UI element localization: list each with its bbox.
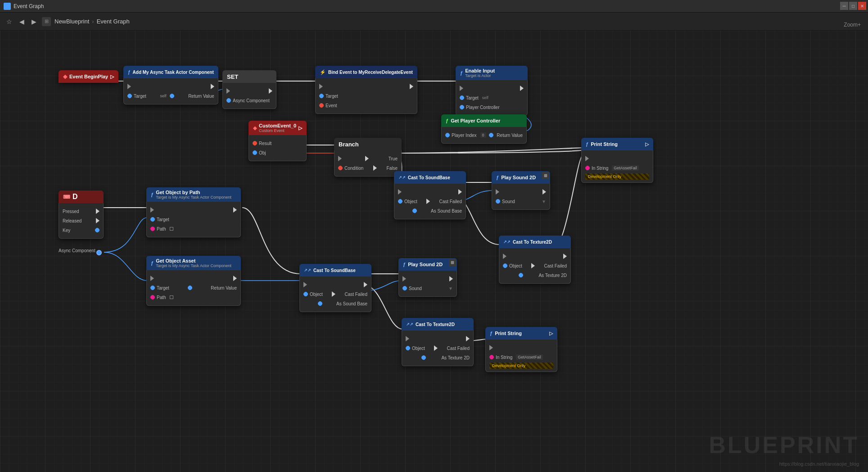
set-node[interactable]: SET Async Component xyxy=(222,70,276,109)
d-pressed-pin[interactable] xyxy=(96,209,99,214)
set-exec-out[interactable] xyxy=(269,88,272,94)
cast1-exec-in[interactable] xyxy=(398,189,402,195)
get-asset-path-pin[interactable] xyxy=(150,295,155,300)
minimize-button[interactable]: ─ xyxy=(840,2,848,10)
d-key-pin[interactable] xyxy=(95,228,99,232)
enable-exec-in[interactable] xyxy=(460,86,463,91)
casttex1-as-label: As Texture 2D xyxy=(538,273,567,278)
casttex1-exec-out[interactable] xyxy=(563,254,567,259)
play2-exec-in[interactable] xyxy=(402,276,406,281)
play1-sound-pin[interactable] xyxy=(496,199,500,204)
get-object-by-path-node[interactable]: ƒ Get Object by Path Target is My Async … xyxy=(146,187,241,237)
get-asset-exec-out[interactable] xyxy=(233,276,237,281)
bind-target-pin[interactable] xyxy=(319,94,324,98)
cast2-exec-in[interactable] xyxy=(303,282,307,287)
get-object-asset-node[interactable]: ƒ Get Object Asset Target is My Async Ta… xyxy=(146,256,241,306)
print-string-2-node[interactable]: ƒ Print String ▷ In String GetAssetFail … xyxy=(485,327,557,372)
forward-button[interactable]: ▶ xyxy=(30,16,38,27)
add-async-node[interactable]: ƒ Add My Async Task Actor Component Targ… xyxy=(123,66,218,104)
play2-sound-pin[interactable] xyxy=(402,286,407,290)
print-string-1-node[interactable]: ƒ Print String ▷ In String GetAssetFail … xyxy=(581,138,653,183)
custom-obj-pin[interactable] xyxy=(253,150,257,155)
bind-event-node[interactable]: ⚡ Bind Event to MyReceiveDelegateEvent T… xyxy=(315,66,417,114)
d-key-node[interactable]: ⌨ D Pressed Released Key xyxy=(59,191,104,239)
cast2-as-pin[interactable] xyxy=(318,301,322,306)
play-sound-2d-1-node[interactable]: ƒ Play Sound 2D ⊞ Sound ▼ xyxy=(492,171,550,210)
get-asset-return-pin[interactable] xyxy=(188,286,192,290)
get-path-exec-in[interactable] xyxy=(150,207,154,213)
get-asset-exec-in[interactable] xyxy=(150,276,154,281)
casttex2-obj-pin[interactable] xyxy=(406,346,410,350)
bind-exec-out[interactable] xyxy=(410,84,413,89)
casttex2-failed-out[interactable] xyxy=(434,345,438,351)
casttex1-exec-in[interactable] xyxy=(503,254,506,259)
print1-exec-in[interactable] xyxy=(585,156,589,161)
cast1-failed-out[interactable] xyxy=(426,199,430,204)
get-path-exec-out[interactable] xyxy=(233,207,237,213)
print1-exec-out[interactable]: ▷ xyxy=(645,141,649,147)
print1-string-pin[interactable] xyxy=(585,166,590,170)
casttex2-exec-in[interactable] xyxy=(406,336,409,341)
branch-cond-pin[interactable] xyxy=(338,166,343,170)
casttex1-as-pin[interactable] xyxy=(519,273,523,277)
cast-soundbase-1-node[interactable]: ↗↗ Cast To SoundBase Object Cast Failed … xyxy=(394,171,466,219)
close-button[interactable]: ✕ xyxy=(858,2,866,10)
event-begin-play-node[interactable]: ◆ Event BeginPlay ▷ xyxy=(59,70,118,83)
casttex1-failed-out[interactable] xyxy=(531,263,535,268)
get-player-controller-node[interactable]: ƒ Get Player Controller Player Index 0 R… xyxy=(441,114,527,144)
play1-expand[interactable]: ▼ xyxy=(542,199,546,204)
print2-string-pin[interactable] xyxy=(489,355,494,359)
cast-soundbase-2-node[interactable]: ↗↗ Cast To SoundBase Object Cast Failed … xyxy=(299,264,371,312)
add-async-target-pin[interactable] xyxy=(127,94,132,98)
set-async-pin[interactable] xyxy=(226,98,231,103)
add-async-exec-in[interactable] xyxy=(127,84,131,89)
casttex2-as-pin[interactable] xyxy=(421,355,426,360)
bind-event-pin[interactable] xyxy=(319,103,324,108)
get-asset-target-pin[interactable] xyxy=(150,286,155,290)
cast2-exec-out[interactable] xyxy=(364,282,367,287)
cast1-as-pin[interactable] xyxy=(412,209,417,213)
bind-event-title: Bind Event to MyReceiveDelegateEvent xyxy=(328,70,413,75)
cast-texture2d-2-node[interactable]: ↗↗ Cast To Texture2D Object Cast Failed … xyxy=(402,318,474,366)
get-path-target-pin[interactable] xyxy=(150,217,155,222)
casttex1-obj-pin[interactable] xyxy=(503,263,507,268)
add-async-exec-out[interactable] xyxy=(211,84,214,89)
branch-false-out[interactable] xyxy=(373,165,377,171)
enable-exec-out[interactable] xyxy=(520,86,524,91)
back-button[interactable]: ◀ xyxy=(18,16,26,27)
get-controller-return-pin[interactable] xyxy=(489,133,493,137)
add-async-return-pin[interactable] xyxy=(170,94,174,98)
window-controls[interactable]: ─ □ ✕ xyxy=(840,2,866,10)
play2-exec-out[interactable] xyxy=(449,276,453,281)
set-exec-in[interactable] xyxy=(226,88,230,94)
enable-input-node[interactable]: ƒ Enable Input Target is Actor Target se… xyxy=(456,66,528,116)
get-path-path-pin[interactable] xyxy=(150,227,155,231)
print2-exec-out[interactable]: ▷ xyxy=(549,331,553,336)
branch-true-out[interactable] xyxy=(365,156,369,161)
play1-exec-out[interactable] xyxy=(542,189,546,195)
maximize-button[interactable]: □ xyxy=(849,2,857,10)
casttex2-exec-out[interactable] xyxy=(466,336,470,341)
get-controller-index-pin[interactable] xyxy=(445,133,450,137)
play-sound-2d-2-node[interactable]: ƒ Play Sound 2D ⊞ Sound ▼ xyxy=(398,258,457,297)
play-1-options[interactable]: ⊞ xyxy=(542,172,549,179)
branch-exec-in[interactable] xyxy=(338,156,342,161)
enable-controller-pin[interactable] xyxy=(460,105,464,109)
star-button[interactable]: ☆ xyxy=(5,16,14,27)
cast-texture2d-1-node[interactable]: ↗↗ Cast To Texture2D Object Cast Failed … xyxy=(499,236,571,284)
branch-node[interactable]: Branch True Condition False xyxy=(334,138,402,177)
cast2-failed-out[interactable] xyxy=(332,291,335,297)
play1-exec-in[interactable] xyxy=(496,189,499,195)
custom-result-pin[interactable] xyxy=(253,141,257,145)
cast2-obj-pin[interactable] xyxy=(303,292,308,296)
play-2-options[interactable]: ⊞ xyxy=(449,259,456,266)
d-released-pin[interactable] xyxy=(96,218,99,223)
cast1-exec-out[interactable] xyxy=(458,189,462,195)
graph-canvas[interactable]: ◆ Event BeginPlay ▷ ƒ Add My Async Task … xyxy=(0,31,868,472)
play2-expand[interactable]: ▼ xyxy=(448,286,453,291)
custom-event-node[interactable]: ◆ CustomEvent_0 Custom Event ▷ Result Ob… xyxy=(249,121,307,161)
enable-target-pin[interactable] xyxy=(460,95,464,100)
bind-exec-in[interactable] xyxy=(319,84,323,89)
cast1-obj-pin[interactable] xyxy=(398,199,402,204)
print2-exec-in[interactable] xyxy=(489,345,493,350)
